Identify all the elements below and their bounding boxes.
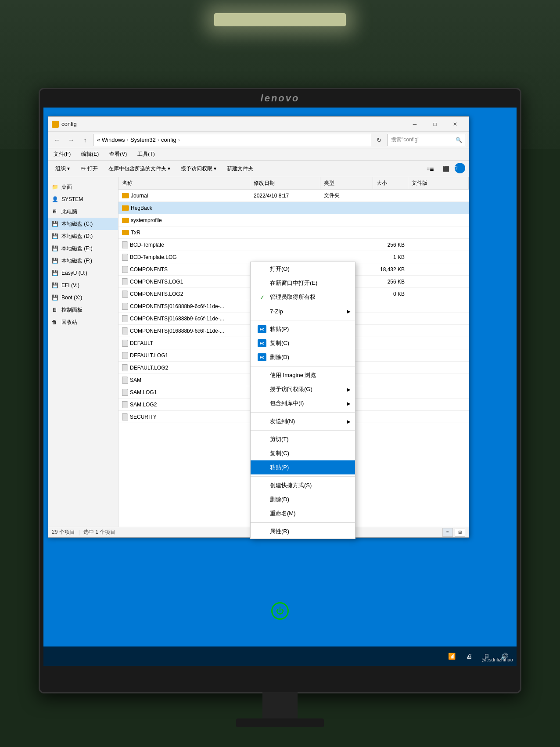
back-button[interactable]: ← xyxy=(51,134,63,146)
menu-edit[interactable]: 编辑(E) xyxy=(79,150,101,159)
organize-button[interactable]: 组织 ▾ xyxy=(52,163,73,175)
ctx-delete-fc[interactable]: Fc 删除(D) xyxy=(251,350,355,364)
file-name: TxR xyxy=(131,230,140,236)
ctx-open[interactable]: 打开(O) xyxy=(251,262,355,276)
ctx-take-ownership[interactable]: ✓ 管理员取得所有权 xyxy=(251,290,355,304)
ctx-grant-access[interactable]: 授予访问权限(G) ▶ xyxy=(251,382,355,396)
ctx-label: 发送到(N) xyxy=(270,417,295,425)
path-box[interactable]: « Windows › System32 › config › xyxy=(93,134,371,146)
sidebar-item-drive-d[interactable]: 💾 本地磁盘 (D:) xyxy=(48,230,118,242)
table-row[interactable]: TxR xyxy=(118,226,469,239)
open-button[interactable]: 🗁 打开 xyxy=(77,163,101,175)
access-button[interactable]: 授予访问权限 ▾ xyxy=(177,163,220,175)
context-menu: 打开(O) 在新窗口中打开(E) ✓ 管理员取得所有权 7-Zip ▶ xyxy=(250,262,355,539)
folder-title-icon xyxy=(52,121,59,128)
file-icon xyxy=(122,303,128,310)
ctx-send-to[interactable]: 发送到(N) ▶ xyxy=(251,414,355,428)
col-header-version[interactable]: 文件版 xyxy=(408,177,469,189)
ctx-separator xyxy=(251,320,355,320)
menu-file[interactable]: 文件(F) xyxy=(52,150,72,159)
sidebar-item-drive-x[interactable]: 💾 Boot (X:) xyxy=(48,291,118,304)
ctx-open-new-window[interactable]: 在新窗口中打开(E) xyxy=(251,276,355,290)
sidebar-item-drive-f[interactable]: 💾 本地磁盘 (F:) xyxy=(48,255,118,267)
file-icon xyxy=(122,352,128,359)
drive-x-icon: 💾 xyxy=(52,294,59,301)
help-button[interactable]: ? xyxy=(455,163,465,173)
shortcut-icon xyxy=(258,481,266,490)
sidebar-item-control-panel[interactable]: 🖥 控制面板 xyxy=(48,304,118,316)
item-count: 29 个项目 xyxy=(52,528,75,536)
refresh-button[interactable]: ↻ xyxy=(373,134,385,146)
ctx-cut[interactable]: 剪切(T) xyxy=(251,432,355,446)
list-view-button[interactable]: ≡ xyxy=(442,528,453,537)
windows-desktop: config ─ □ ✕ ← → ↑ « Windows › System xyxy=(43,108,517,666)
forward-button[interactable]: → xyxy=(65,134,77,146)
sidebar-item-system[interactable]: 👤 SYSTEM xyxy=(48,193,118,205)
ctx-label: 创建快捷方式(S) xyxy=(270,481,312,489)
ctx-separator xyxy=(251,430,355,431)
drive-f-icon: 💾 xyxy=(52,258,59,264)
ctx-copy[interactable]: 复制(C) xyxy=(251,446,355,460)
new-folder-button[interactable]: 新建文件夹 xyxy=(223,163,257,175)
search-box[interactable]: 搜索"config" 🔍 xyxy=(387,134,466,146)
power-button[interactable]: ⏻ xyxy=(271,602,289,620)
window-title: config xyxy=(61,121,405,127)
file-name: COMPONENTS xyxy=(130,266,168,273)
col-header-name[interactable]: 名称 xyxy=(118,177,250,189)
file-size: 256 KB xyxy=(373,279,408,285)
ctx-rename[interactable]: 重命名(M) xyxy=(251,506,355,521)
ctx-7zip[interactable]: 7-Zip ▶ xyxy=(251,304,355,318)
table-row[interactable]: Journal 2022/4/10 8:17 文件夹 xyxy=(118,190,469,202)
sidebar-item-recycle[interactable]: 🗑 回收站 xyxy=(48,316,118,328)
minimize-button[interactable]: ─ xyxy=(405,117,425,132)
sidebar-item-drive-u[interactable]: 💾 EasyU (U:) xyxy=(48,267,118,279)
sidebar-label: EasyU (U:) xyxy=(61,270,87,276)
search-icon: 🔍 xyxy=(456,137,462,143)
sidebar-item-drive-e[interactable]: 💾 本地磁盘 (E:) xyxy=(48,242,118,255)
cut-icon xyxy=(258,435,266,444)
close-button[interactable]: ✕ xyxy=(445,117,465,132)
col-header-size[interactable]: 大小 xyxy=(373,177,408,189)
ctx-properties[interactable]: 属性(R) xyxy=(251,524,355,539)
monitor-frame: lenovo config ─ □ ✕ ← → xyxy=(39,88,521,693)
ctx-label: 粘贴(P) xyxy=(270,325,289,333)
taskbar-network-icon[interactable]: 📶 xyxy=(445,649,459,663)
ctx-include-library[interactable]: 包含到库中(I) ▶ xyxy=(251,396,355,410)
up-button[interactable]: ↑ xyxy=(79,134,91,146)
delete-icon xyxy=(258,495,266,504)
ctx-create-shortcut[interactable]: 创建快捷方式(S) xyxy=(251,478,355,492)
taskbar-device-icon[interactable]: 🖨 xyxy=(462,649,476,663)
pane-button[interactable]: ⬛ xyxy=(439,163,453,175)
submenu-arrow: ▶ xyxy=(347,401,351,406)
table-row[interactable]: systemprofile xyxy=(118,214,469,226)
path-part-3: config xyxy=(161,136,176,143)
menu-tools[interactable]: 工具(T) xyxy=(136,150,156,159)
folder-icon xyxy=(122,230,129,235)
ctx-paste-fc[interactable]: Fc 粘贴(P) xyxy=(251,322,355,336)
table-row[interactable]: RegBack xyxy=(118,202,469,214)
sidebar-label: 控制面板 xyxy=(61,306,83,314)
ctx-label: 打开(O) xyxy=(270,265,290,273)
ctx-paste[interactable]: 粘贴(P) xyxy=(251,460,355,474)
sidebar-item-drive-c[interactable]: 💾 本地磁盘 (C:) xyxy=(48,218,118,230)
file-name: DEFAULT.LOG2 xyxy=(130,365,168,371)
sidebar-item-desktop[interactable]: 📁 桌面 xyxy=(48,181,118,193)
ctx-delete[interactable]: 删除(D) xyxy=(251,492,355,506)
include-library-button[interactable]: 在库中包含所选的文件夹 ▾ xyxy=(105,163,174,175)
file-name: SAM.LOG1 xyxy=(130,389,157,395)
ctx-label: 复制(C) xyxy=(270,339,289,347)
menu-view[interactable]: 查看(V) xyxy=(108,150,129,159)
col-header-date[interactable]: 修改日期 xyxy=(250,177,320,189)
view-button[interactable]: ≡≣ xyxy=(423,163,438,175)
file-name: COMPONENTS{016888b9-6c6f-11de-... xyxy=(130,328,224,334)
col-header-type[interactable]: 类型 xyxy=(320,177,373,189)
ctx-imagine[interactable]: 使用 Imagine 浏览 xyxy=(251,368,355,382)
maximize-button[interactable]: □ xyxy=(425,117,445,132)
ctx-copy-fc[interactable]: Fc 复制(C) xyxy=(251,336,355,350)
sidebar-item-thispc[interactable]: 🖥 此电脑 xyxy=(48,205,118,218)
sidebar-item-drive-v[interactable]: 💾 EFI (V:) xyxy=(48,279,118,291)
detail-view-button[interactable]: ⊞ xyxy=(455,528,465,537)
ctx-label: 剪切(T) xyxy=(270,435,289,443)
csdn-text: @csdnlizhihao xyxy=(481,657,513,662)
table-row[interactable]: BCD-Template 256 KB xyxy=(118,239,469,251)
